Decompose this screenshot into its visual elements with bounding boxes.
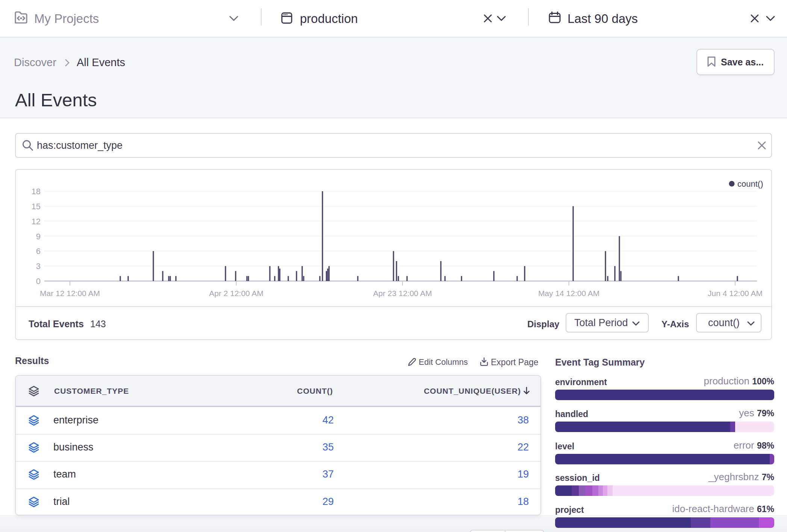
svg-text:Mar 12 12:00 AM: Mar 12 12:00 AM xyxy=(40,289,100,298)
svg-text:May 14 12:00 AM: May 14 12:00 AM xyxy=(538,289,599,298)
svg-text:3: 3 xyxy=(36,261,41,271)
svg-text:Jun 4 12:00 AM: Jun 4 12:00 AM xyxy=(708,289,763,298)
svg-text:15: 15 xyxy=(32,202,41,211)
svg-text:Apr 2 12:00 AM: Apr 2 12:00 AM xyxy=(209,289,263,298)
svg-text:18: 18 xyxy=(32,187,41,196)
svg-text:9: 9 xyxy=(36,232,41,241)
svg-text:12: 12 xyxy=(32,217,41,226)
svg-text:count(): count() xyxy=(737,179,763,189)
svg-text:0: 0 xyxy=(36,277,41,286)
svg-text:Apr 23 12:00 AM: Apr 23 12:00 AM xyxy=(373,289,432,298)
svg-text:6: 6 xyxy=(36,246,41,256)
